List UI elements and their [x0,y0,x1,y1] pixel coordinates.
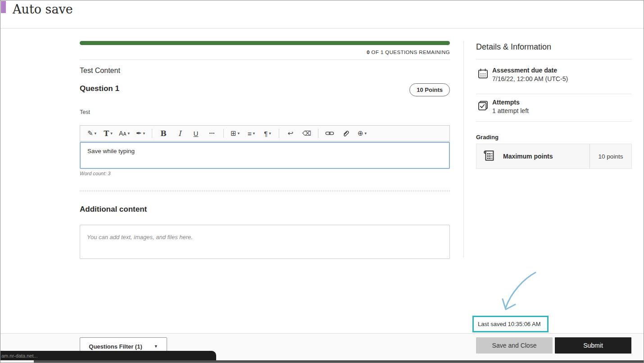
details-divider [476,59,632,59]
status-url-text: am.nr-data.net... [1,353,38,358]
last-saved-status: Last saved 10:35:06 AM [472,316,549,332]
due-date-label: Assessment due date [492,67,557,74]
toolbar-separator [279,129,279,138]
attach-icon[interactable] [338,127,354,140]
dotted-divider [80,191,450,191]
insert-icon[interactable]: ⊕ ▾ [354,127,370,140]
grading-row: Maximum points 10 points [476,144,632,169]
link-icon[interactable] [322,127,338,140]
progress-bar [80,41,450,45]
additional-content-editor[interactable]: You can add text, images, and files here… [80,225,450,259]
maximum-points-label: Maximum points [503,153,553,160]
submit-button[interactable]: Submit [555,337,631,354]
purple-accent-bar [1,1,6,13]
details-panel-title: Details & Information [476,42,551,52]
question-prompt: Test [80,109,90,115]
last-saved-text: Last saved 10:35:06 AM [478,321,540,327]
undo-icon[interactable]: ↩ [282,127,299,140]
caret-down-icon: ▼ [154,344,158,349]
question-header: Question 1 10 Points [80,83,450,97]
chevron-down-icon: ▾ [95,132,97,136]
panel-divider [463,41,464,257]
bold-icon[interactable]: B [155,127,172,140]
grading-row-left: Maximum points [476,144,590,168]
questions-remaining-label: 0 OF 1 QUESTIONS REMAINING [367,50,450,55]
answer-text: Save while typing [87,148,135,154]
eraser-icon[interactable]: ⌫ [299,127,315,140]
underline-icon[interactable]: U [188,127,204,140]
window-bottom-edge [34,360,644,363]
page-title: Auto save [13,2,73,16]
header-divider [0,28,644,29]
grade-points-icon [482,148,497,165]
browser-status-bar: am.nr-data.net... [0,351,216,360]
calendar-icon [477,68,489,82]
chevron-down-icon: ▾ [127,132,130,136]
font-size-icon[interactable]: Aᴀ ▾ [116,127,132,140]
attempts-value: 1 attempt left [492,107,529,114]
additional-content-placeholder: You can add text, images, and files here… [87,234,193,240]
align-icon[interactable]: ≡ ▾ [243,127,259,140]
grading-section-title: Grading [476,134,499,141]
text-color-icon[interactable]: ✎ ▾ [84,127,100,140]
details-divider [476,121,632,122]
italic-icon[interactable]: I [172,127,188,140]
toolbar-separator [223,129,224,138]
assessment-window: Auto save 0 OF 1 QUESTIONS REMAINING Tes… [0,0,644,363]
maximum-points-value: 10 points [590,144,631,168]
toolbar-separator [318,129,318,138]
fill-color-icon[interactable]: ✒ ▾ [132,127,149,140]
save-and-close-button[interactable]: Save and Close [476,337,553,354]
word-count-label: Word count: 3 [80,171,110,176]
paragraph-icon[interactable]: ¶ ▾ [259,127,276,140]
answer-text-editor[interactable]: Save while typing [80,142,450,169]
chevron-down-icon: ▾ [269,132,271,136]
test-content-title: Test Content [80,67,120,75]
chevron-down-icon: ▾ [238,132,240,136]
chevron-down-icon: ▾ [110,132,113,136]
additional-content-title: Additional content [80,205,147,214]
questions-filter-label: Questions Filter (1) [89,343,142,350]
attempts-label: Attempts [492,99,520,106]
content-divider [80,59,450,60]
points-badge: 10 Points [409,83,450,96]
chevron-down-icon: ▾ [143,132,145,136]
details-divider [476,94,632,94]
toolbar-separator [152,129,152,138]
text-style-icon[interactable]: T ▾ [100,127,116,140]
chevron-down-icon: ▾ [253,132,255,136]
table-icon[interactable]: ⊞ ▾ [227,127,243,140]
attempts-icon [477,100,489,113]
editor-toolbar: ✎ ▾ T ▾ Aᴀ ▾ ✒ ▾ B I U [80,125,450,141]
chevron-down-icon: ▾ [365,132,367,136]
due-date-value: 7/16/22, 12:00 AM (UTC-5) [492,75,568,82]
question-title: Question 1 [80,84,119,93]
more-options-icon[interactable]: ••• [204,127,220,140]
questions-remaining-count: 0 [367,50,370,55]
annotation-arrow-icon [496,269,541,315]
